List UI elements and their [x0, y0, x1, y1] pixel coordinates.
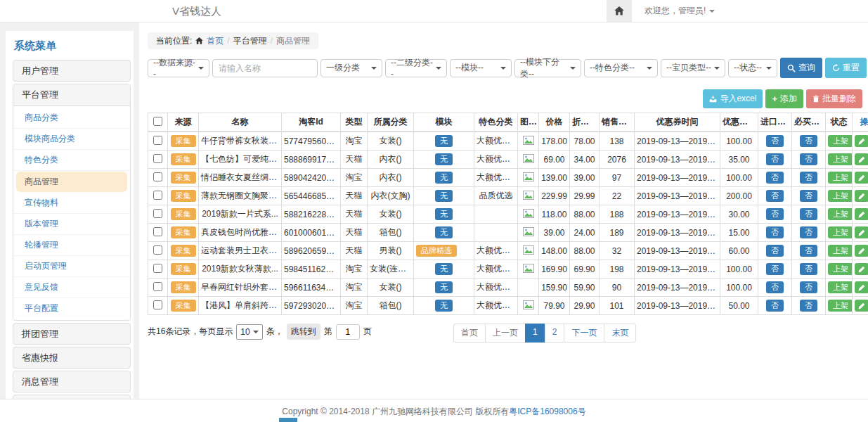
taoke-id: 588216228899 [282, 205, 341, 224]
row-checkbox[interactable] [153, 136, 162, 145]
import-select-badge[interactable]: 否 [766, 281, 784, 293]
must-buy-badge[interactable]: 否 [800, 208, 817, 220]
row-checkbox[interactable] [153, 191, 162, 200]
status-badge[interactable]: 上架 [828, 226, 853, 238]
must-buy-badge[interactable]: 否 [800, 172, 817, 184]
row-checkbox[interactable] [153, 154, 162, 163]
row-checkbox[interactable] [153, 227, 162, 236]
sidebar-subitem[interactable]: 版本管理 [13, 214, 130, 235]
sidebar-subitem[interactable]: 意见反馈 [13, 277, 130, 298]
import-select-badge[interactable]: 否 [766, 208, 784, 220]
icp-link[interactable]: 粤ICP备16098006号 [509, 407, 585, 416]
pager-item[interactable]: 下一页 [564, 324, 604, 343]
sidebar-panel[interactable]: 省惠快报 [13, 347, 131, 369]
edit-button[interactable] [855, 245, 868, 257]
row-checkbox[interactable] [153, 300, 162, 309]
edit-button[interactable] [855, 153, 868, 165]
import-select-badge[interactable]: 否 [766, 172, 784, 184]
import-select-badge[interactable]: 否 [766, 153, 784, 165]
edit-button[interactable] [855, 172, 868, 184]
product-type: 淘宝 [341, 279, 368, 297]
user-menu[interactable]: 欢迎您，管理员! [644, 5, 715, 17]
must-buy-badge[interactable]: 否 [800, 263, 817, 275]
filter-select[interactable]: --状态-- [728, 59, 777, 77]
must-buy-badge[interactable]: 否 [800, 190, 817, 202]
row-checkbox[interactable] [153, 245, 162, 255]
row-checkbox[interactable] [153, 172, 162, 181]
filter-select[interactable]: --模块下分类-- [514, 59, 581, 77]
sidebar-subitem[interactable]: 轮播管理 [13, 235, 130, 256]
status-badge[interactable]: 上架 [828, 300, 853, 312]
import-select-badge[interactable]: 否 [766, 135, 784, 147]
jump-button[interactable]: 跳转到 [287, 324, 320, 340]
edit-button[interactable] [855, 281, 868, 293]
module-badge: 无 [435, 172, 453, 184]
edit-button[interactable] [855, 135, 868, 147]
sidebar-panel[interactable]: 用户管理 [13, 60, 131, 82]
status-badge[interactable]: 上架 [828, 208, 853, 220]
product-category: 内衣() [368, 169, 414, 187]
edit-button[interactable] [855, 263, 868, 275]
jump-page-input[interactable] [336, 324, 360, 340]
status-badge[interactable]: 上架 [828, 153, 853, 165]
status-badge[interactable]: 上架 [828, 172, 853, 184]
home-button[interactable] [607, 0, 632, 22]
import-select-badge[interactable]: 否 [766, 300, 784, 312]
sidebar-subitem[interactable]: 特色分类 [13, 150, 130, 171]
filter-select[interactable]: --二级分类-- [385, 59, 447, 77]
sidebar-subitem[interactable]: 商品管理 [16, 172, 127, 192]
edit-button[interactable] [855, 226, 868, 238]
import-select-badge[interactable]: 否 [766, 226, 784, 238]
import-select-badge[interactable]: 否 [766, 263, 784, 275]
sidebar-subitem[interactable]: 商品分类 [13, 108, 130, 129]
select-all-checkbox[interactable] [153, 117, 162, 126]
breadcrumb-home-link[interactable]: 首页 [207, 35, 224, 47]
pager-item[interactable]: 上一页 [485, 324, 526, 343]
status-badge[interactable]: 上架 [828, 190, 853, 202]
import-excel-button[interactable]: 导入excel [703, 89, 763, 108]
must-buy-badge[interactable]: 否 [800, 300, 817, 312]
filter-select[interactable]: --特色分类-- [584, 59, 658, 77]
filter-select[interactable]: --宝贝类型-- [661, 59, 725, 77]
coupon-time: 2019-09-13—2019-09-17 [635, 187, 720, 205]
filter-select-data-source[interactable]: --数据来源-- [148, 59, 209, 77]
sidebar-panel[interactable]: 消息管理 [13, 371, 131, 392]
row-checkbox[interactable] [153, 209, 162, 218]
sidebar-panel[interactable]: 平台管理 [13, 84, 130, 106]
edit-button[interactable] [855, 208, 868, 220]
search-button[interactable]: 查询 [780, 58, 822, 78]
must-buy-badge[interactable]: 否 [800, 281, 817, 293]
chevron-down-icon [647, 67, 652, 70]
page-size-select[interactable]: 10 [236, 324, 262, 340]
pager-item[interactable]: 1 [525, 324, 545, 343]
row-checkbox[interactable] [153, 264, 162, 273]
status-badge[interactable]: 上架 [828, 263, 853, 275]
add-button[interactable]: + 添加 [765, 89, 803, 108]
import-select-badge[interactable]: 否 [766, 245, 784, 257]
sidebar-subitem[interactable]: 宣传物料 [13, 193, 130, 214]
sidebar-panel[interactable]: 拼团管理 [13, 323, 131, 345]
batch-delete-button[interactable]: 批量删除 [806, 89, 862, 108]
must-buy-badge[interactable]: 否 [800, 135, 817, 147]
sidebar-subitem[interactable]: 平台配置 [13, 298, 130, 319]
filter-select[interactable]: --模块-- [450, 59, 512, 77]
sidebar-subitem[interactable]: 启动页管理 [13, 256, 130, 277]
edit-button[interactable] [855, 300, 868, 312]
must-buy-badge[interactable]: 否 [800, 245, 817, 257]
pager-item[interactable]: 末页 [604, 324, 636, 343]
import-select-badge[interactable]: 否 [766, 190, 784, 202]
reset-button[interactable]: 重置 [825, 58, 867, 78]
must-buy-badge[interactable]: 否 [800, 153, 817, 165]
name-search-input[interactable] [212, 59, 318, 77]
filter-select[interactable]: 一级分类 [320, 59, 382, 77]
module-cell: 无 [414, 151, 474, 169]
sidebar-subitem[interactable]: 模块商品分类 [13, 129, 130, 150]
pager-item[interactable]: 2 [545, 324, 565, 343]
must-buy-badge[interactable]: 否 [800, 226, 817, 238]
edit-button[interactable] [855, 190, 868, 202]
row-checkbox[interactable] [153, 282, 162, 291]
status-badge[interactable]: 上架 [828, 281, 853, 293]
status-badge[interactable]: 上架 [828, 135, 853, 147]
pager-item[interactable]: 首页 [453, 324, 486, 343]
status-badge[interactable]: 上架 [828, 245, 853, 257]
